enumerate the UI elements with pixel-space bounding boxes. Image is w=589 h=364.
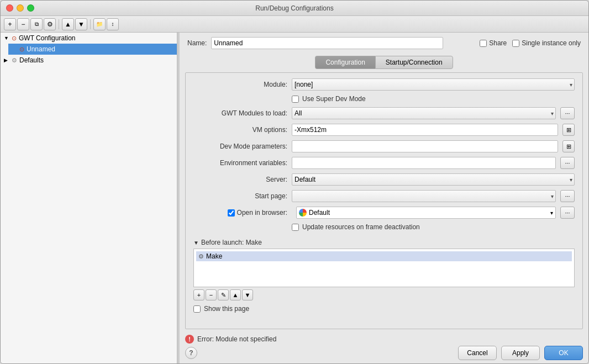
copy-config-button[interactable]: ⧉: [30, 18, 43, 30]
show-page-checkbox[interactable]: [193, 305, 201, 313]
super-dev-mode-row: Use Super Dev Mode: [193, 95, 575, 103]
name-input[interactable]: [211, 37, 443, 49]
browser-value: Default: [309, 209, 330, 217]
make-item-label: Make: [206, 252, 222, 260]
env-vars-input[interactable]: [292, 157, 556, 169]
dev-mode-params-browse-button[interactable]: ⊞: [562, 140, 575, 152]
module-row: Module: [none] ▾: [193, 78, 575, 91]
start-page-more-button[interactable]: ···: [560, 190, 575, 202]
update-resources-checkbox[interactable]: [292, 224, 299, 231]
right-panel: Name: Share Single instance only Configu…: [180, 33, 588, 363]
sidebar: ▼ ⊙ GWT Configuration ⊙ Unnamed ▶ ⚙ Defa…: [1, 33, 177, 363]
maximize-button[interactable]: [27, 4, 34, 12]
update-resources-label: Update resources on frame deactivation: [302, 223, 420, 231]
single-instance-checkbox-label: Single instance only: [512, 39, 581, 47]
toolbar-separator-2: [90, 19, 91, 29]
tree-group-gwt[interactable]: ▼ ⊙ GWT Configuration: [1, 33, 177, 44]
minimize-button[interactable]: [17, 4, 24, 12]
action-buttons: Cancel Apply OK: [458, 346, 583, 360]
env-vars-row: Environment variables: ···: [193, 157, 575, 169]
env-vars-label: Environment variables:: [193, 159, 287, 167]
module-label: Module:: [193, 81, 287, 88]
unnamed-icon: ⊙: [19, 46, 24, 53]
open-in-browser-checkbox[interactable]: [228, 209, 235, 217]
tab-startup-connection[interactable]: Startup/Connection: [375, 56, 453, 69]
browser-more-button[interactable]: ···: [560, 207, 575, 219]
error-row: ! Error: Module not specified: [180, 333, 588, 346]
settings-button[interactable]: ⚙: [44, 18, 56, 30]
title-bar: Run/Debug Configurations: [1, 1, 588, 16]
server-select-wrap: Default ▾: [292, 173, 575, 186]
bottom-bar: ? Cancel Apply OK: [180, 346, 588, 363]
add-config-button[interactable]: +: [4, 18, 16, 30]
unnamed-item-label: Unnamed: [27, 45, 55, 53]
name-row: Name: Share Single instance only: [180, 33, 588, 54]
vm-options-row: VM options: ⊞: [193, 124, 575, 136]
super-dev-mode-checkbox[interactable]: [292, 96, 299, 103]
close-button[interactable]: [6, 4, 13, 12]
launch-remove-button[interactable]: −: [206, 289, 217, 300]
dev-mode-params-input[interactable]: [292, 140, 558, 152]
name-label: Name:: [187, 39, 207, 47]
make-icon: ⚙: [198, 253, 204, 260]
start-page-select[interactable]: [292, 190, 556, 202]
defaults-item-label: Defaults: [19, 56, 44, 64]
share-checkbox-label: Share: [480, 39, 507, 47]
window-title: Run/Debug Configurations: [255, 4, 333, 12]
update-resources-row: Update resources on frame deactivation: [193, 223, 575, 231]
show-page-label: Show this page: [204, 305, 249, 313]
error-icon: !: [185, 335, 194, 344]
before-launch-header: ▼ Before launch: Make: [193, 239, 575, 246]
tree-item-unnamed[interactable]: ⊙ Unnamed: [8, 44, 177, 55]
start-page-select-wrap: ▾: [292, 190, 556, 202]
gwt-modules-label: GWT Modules to load:: [193, 109, 287, 117]
before-launch-arrow[interactable]: ▼: [193, 240, 199, 246]
remove-config-button[interactable]: −: [17, 18, 29, 30]
share-checkbox[interactable]: [480, 40, 487, 47]
launch-up-button[interactable]: ▲: [230, 289, 241, 300]
gwt-modules-more-button[interactable]: ···: [560, 107, 575, 119]
launch-edit-button[interactable]: ✎: [218, 289, 229, 300]
before-launch-label: Before launch: Make: [201, 239, 262, 246]
vm-options-browse-button[interactable]: ⊞: [562, 124, 575, 136]
tree-item-defaults[interactable]: ▶ ⚙ Defaults: [1, 55, 177, 66]
cancel-button[interactable]: Cancel: [458, 346, 497, 360]
dev-mode-params-row: Dev Mode parameters: ⊞: [193, 140, 575, 152]
super-dev-mode-label: Use Super Dev Mode: [302, 95, 366, 103]
open-in-browser-checkbox-label: Open in browser:: [193, 209, 287, 217]
dev-mode-params-label: Dev Mode parameters:: [193, 143, 287, 150]
launch-add-button[interactable]: +: [193, 289, 204, 300]
move-down-button[interactable]: ▼: [75, 18, 87, 30]
vm-options-input[interactable]: [292, 124, 558, 136]
launch-down-button[interactable]: ▼: [242, 289, 253, 300]
move-up-button[interactable]: ▲: [62, 18, 74, 30]
share-row: Share Single instance only: [480, 39, 581, 47]
error-text: Error: Module not specified: [197, 335, 276, 343]
show-page-row: Show this page: [193, 305, 575, 313]
vm-options-label: VM options:: [193, 126, 287, 134]
expand-arrow-gwt: ▼: [4, 35, 9, 41]
apply-button[interactable]: Apply: [501, 346, 540, 360]
env-vars-more-button[interactable]: ···: [560, 157, 575, 169]
gwt-modules-select-wrap: All ▾: [292, 107, 556, 119]
ok-button[interactable]: OK: [544, 346, 583, 360]
tab-configuration[interactable]: Configuration: [315, 56, 375, 69]
start-page-row: Start page: ▾ ···: [193, 190, 575, 202]
launch-item-make[interactable]: ⚙ Make: [196, 251, 572, 261]
server-label: Server:: [193, 176, 287, 183]
window-controls[interactable]: [6, 4, 34, 12]
browser-select-display[interactable]: Default ▾: [296, 207, 556, 219]
help-button[interactable]: ?: [185, 347, 197, 359]
gwt-modules-select[interactable]: All: [292, 107, 556, 119]
gwt-group-label: GWT Configuration: [19, 34, 76, 42]
sort-button[interactable]: ↕: [107, 18, 119, 30]
folder-button[interactable]: 📁: [93, 18, 106, 30]
launch-list: ⚙ Make: [193, 249, 575, 287]
single-instance-checkbox[interactable]: [512, 40, 519, 47]
start-page-label: Start page:: [193, 192, 287, 200]
toolbar-separator: [59, 19, 59, 29]
before-launch-section: ▼ Before launch: Make ⚙ Make +: [193, 239, 575, 300]
module-select[interactable]: [none]: [292, 78, 575, 91]
expand-arrow-defaults: ▶: [4, 57, 9, 63]
server-select[interactable]: Default: [292, 173, 575, 186]
